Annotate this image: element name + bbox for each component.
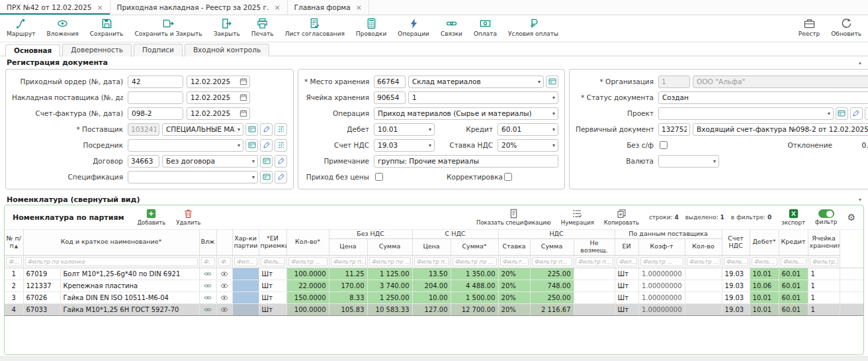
col-batch-characteristics[interactable]: Хар-ки партии	[232, 230, 259, 256]
column-filter-input[interactable]: Ф...	[6, 257, 22, 266]
open-card-button[interactable]	[260, 155, 273, 168]
col-vat-account[interactable]: Счет НДС	[722, 230, 750, 256]
cell-price_gross[interactable]: 204.00	[412, 280, 451, 291]
cell-name[interactable]: Гайка М10*1,25 6Н ГОСТ 5927-70	[60, 303, 199, 315]
cell-vat_sum[interactable]: 2 116.67	[530, 303, 574, 315]
window-tab-main-form[interactable]: Главная форма ×	[288, 0, 369, 15]
col-quantity[interactable]: Кол-во*	[286, 230, 329, 256]
cell-vat_acc[interactable]: 19.03	[722, 291, 750, 303]
table-row[interactable]: 467033Гайка М10*1,25 6Н ГОСТ 5927-70Шт10…	[5, 303, 863, 315]
storage-cell-select[interactable]: 1▾	[408, 91, 558, 104]
cell-batch[interactable]	[232, 291, 259, 303]
clear-field-button[interactable]	[275, 155, 287, 168]
cell-attach[interactable]	[199, 280, 216, 291]
export-excel-button[interactable]: экспорт	[781, 209, 805, 226]
cell-non_refund[interactable]	[574, 291, 615, 303]
col-row-number[interactable]: № п/п▲	[5, 230, 23, 256]
specification-select[interactable]: ▾	[128, 171, 258, 183]
tab-power-of-attorney[interactable]: Доверенность	[62, 44, 132, 56]
open-card-button[interactable]	[245, 123, 258, 136]
column-filter-input[interactable]: Фильтр по колонке	[25, 257, 198, 266]
no-price-checkbox[interactable]	[375, 173, 383, 181]
col-price-gross[interactable]: Цена	[412, 238, 451, 255]
invoice-number-input[interactable]	[128, 107, 183, 120]
open-card-button[interactable]	[546, 76, 558, 88]
cell-price_net[interactable]: 105.83	[329, 303, 367, 315]
cell-code[interactable]: 67026	[23, 291, 60, 303]
clear-field-button[interactable]	[260, 123, 273, 136]
cell-vat_acc[interactable]: 19.03	[722, 303, 750, 315]
toolbar-button-operations[interactable]: Операции	[398, 18, 429, 37]
tab-input-control[interactable]: Входной контроль	[185, 44, 269, 56]
credit-select[interactable]: 60.01▾	[498, 123, 558, 136]
copy-rows-button[interactable]: Копировать	[604, 209, 639, 226]
collapse-icon[interactable]: ▴	[859, 60, 861, 66]
open-card-button[interactable]	[260, 171, 273, 183]
registration-section-header[interactable]: Регистрация документа ▴	[0, 56, 868, 68]
col-debit[interactable]: Дебет*	[750, 230, 779, 256]
cell-attach[interactable]	[199, 291, 216, 303]
cell-price_net[interactable]: 170.00	[329, 280, 367, 291]
toolbar-button-attachments[interactable]: Вложения	[47, 18, 79, 37]
cell-name[interactable]: Крепежная пластина	[60, 280, 199, 291]
primary-doc-code-input[interactable]	[658, 123, 690, 136]
cell-sum_net[interactable]: 3 740.00	[367, 280, 412, 291]
storage-code-input[interactable]	[374, 76, 406, 88]
tree-select-button[interactable]	[865, 107, 868, 120]
contract-select[interactable]: Без договора▾	[162, 155, 258, 168]
storage-select[interactable]: Склад материалов▾	[408, 76, 544, 88]
cell-cell[interactable]: 1	[808, 291, 840, 303]
col-vat-rate[interactable]: Ставка	[498, 238, 530, 255]
column-filter-input[interactable]: Фильтр ...	[288, 257, 327, 266]
cell-sum_net[interactable]: 1 250.00	[367, 291, 412, 303]
cell-rate[interactable]: 20%	[498, 280, 530, 291]
column-filter-input[interactable]: Фил...	[617, 257, 637, 266]
column-filter-input[interactable]: Фильтр ...	[687, 257, 720, 266]
status-select[interactable]: Создан▾	[658, 91, 868, 104]
cell-non_refund[interactable]	[574, 303, 615, 315]
cell-qty[interactable]: 100.0000	[286, 268, 329, 280]
column-filter-input[interactable]: Филь...	[724, 257, 748, 266]
window-tab-register[interactable]: Приходная накладная - Реестр за 2025 г. …	[110, 0, 288, 15]
cell-rate[interactable]: 20%	[498, 303, 530, 315]
tree-select-button[interactable]	[275, 123, 287, 136]
nomenclature-section-header[interactable]: Номенклатура (свернутый вид) ▾	[0, 193, 868, 205]
toolbar-button-route[interactable]: Маршрут	[7, 18, 36, 37]
table-row[interactable]: 167019Болт М10*1,25-6g*40 по DIN 6921Шт1…	[5, 268, 863, 280]
col-non-refundable[interactable]: Не возмещ.	[574, 238, 615, 255]
col-supplier-qty[interactable]: Кол-во	[685, 238, 722, 255]
primary-doc-select[interactable]: Входящий счет-фактура №098-2 от 12.02.20…	[693, 123, 868, 136]
cell-sum_net[interactable]: 10 583.33	[367, 303, 412, 315]
column-filter-input[interactable]: Фильтр п...	[532, 257, 572, 266]
col-price-net[interactable]: Цена	[329, 238, 367, 255]
cell-credit[interactable]: 60.01	[779, 280, 808, 291]
settings-gear-icon[interactable]: ⚙	[847, 213, 855, 222]
cell-batch[interactable]	[232, 268, 259, 280]
column-filter-input[interactable]: Ф.	[201, 257, 215, 266]
window-tab-document[interactable]: ПРХ №42 от 12.02.2025 ×	[0, 0, 110, 15]
col-view[interactable]	[216, 230, 232, 256]
tab-main[interactable]: Основная	[5, 44, 60, 57]
column-filter-input[interactable]: Фильтр по ...	[453, 257, 497, 266]
column-filter-input[interactable]: Филь...	[781, 257, 806, 266]
cell-unit[interactable]: Шт	[259, 280, 286, 291]
cell-vat_sum[interactable]: 250.00	[530, 291, 574, 303]
column-filter-input[interactable]: Филь...	[261, 257, 285, 266]
note-input[interactable]	[374, 155, 558, 168]
debit-select[interactable]: 10.01▾	[374, 123, 435, 136]
cell-vat_acc[interactable]: 19.03	[722, 280, 750, 291]
cell-qty[interactable]: 100.0000	[286, 303, 329, 315]
close-icon[interactable]: ×	[97, 3, 103, 12]
calendar-icon[interactable]	[239, 77, 247, 85]
cell-price_gross[interactable]: 13.50	[412, 268, 451, 280]
cell-price_net[interactable]: 11.25	[329, 268, 367, 280]
cell-rate[interactable]: 20%	[498, 291, 530, 303]
collapse-icon[interactable]: ▾	[859, 197, 861, 203]
column-filter-input[interactable]: Филь...	[752, 257, 777, 266]
contract-code-input[interactable]	[128, 155, 159, 168]
column-filter-input[interactable]: Фильтр по ...	[369, 257, 411, 266]
add-row-button[interactable]: Добавить	[137, 209, 165, 226]
cell-num[interactable]: 3	[5, 291, 23, 303]
cell-unit[interactable]: Шт	[259, 268, 286, 280]
column-filter-input[interactable]: Фильтр...	[810, 257, 838, 266]
